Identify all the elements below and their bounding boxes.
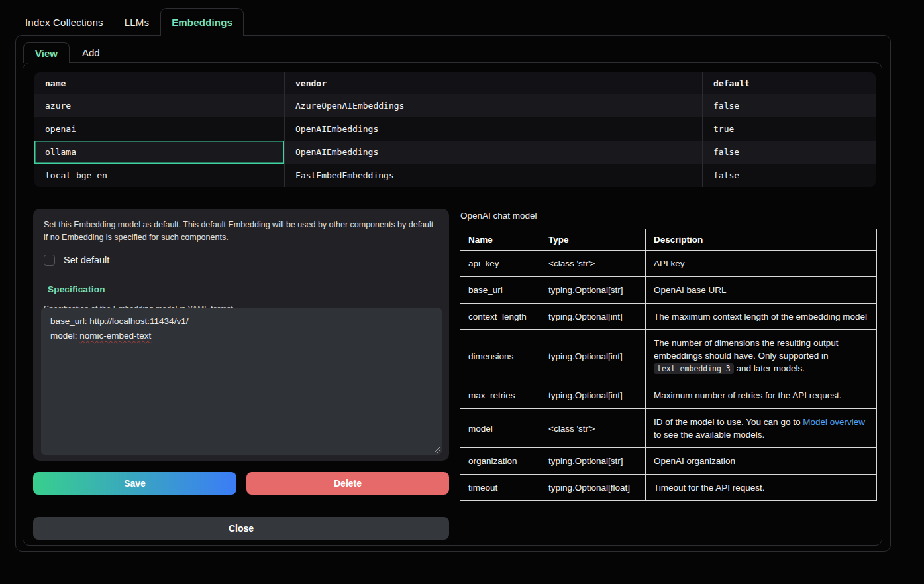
cell-default[interactable]: false [703, 94, 876, 117]
param-name: max_retries [460, 382, 540, 409]
cell-default[interactable]: true [703, 117, 876, 141]
cell-name[interactable]: local-bge-en [34, 164, 285, 187]
info-row-dimensions: dimensions typing.Optional[int] The numb… [460, 330, 877, 382]
param-type: typing.Optional[str] [540, 277, 646, 304]
info-column-description: Description [646, 229, 877, 251]
param-description: Maximum number of retries for the API re… [646, 382, 877, 409]
tab-embeddings[interactable]: Embeddings [160, 8, 244, 36]
action-button-row: Save Delete [33, 472, 449, 495]
info-row-timeout: timeout typing.Optional[float] Timeout f… [460, 475, 877, 501]
view-tab-content: name vendor default azure AzureOpenAIEmb… [23, 62, 882, 546]
set-default-checkbox-row[interactable]: Set default [44, 255, 438, 266]
set-default-checkbox[interactable] [44, 255, 55, 266]
embeddings-panel: View Add name vendor default azure Azure… [15, 35, 891, 552]
top-tab-bar: Index Collections LLMs Embeddings [15, 8, 244, 36]
column-header-vendor: vendor [285, 72, 703, 94]
param-description: The maximum context length of the embedd… [646, 304, 877, 330]
sub-tab-view[interactable]: View [23, 42, 70, 63]
param-name: dimensions [460, 330, 540, 382]
info-row-context-length: context_length typing.Optional[int] The … [460, 304, 877, 330]
param-type: typing.Optional[int] [540, 304, 646, 330]
yaml-model-value: nomic-embed-text [79, 331, 151, 341]
cell-default[interactable]: false [703, 164, 876, 187]
param-description: Timeout for the API request. [646, 475, 877, 501]
model-info-table: Name Type Description api_key <class 'st… [460, 229, 877, 501]
info-header-row: Name Type Description [460, 229, 877, 251]
yaml-line-base-url: base_url: http://localhost:11434/v1/ [50, 314, 433, 329]
tab-llms[interactable]: LLMs [113, 8, 160, 36]
column-header-name: name [34, 72, 285, 94]
param-description: The number of dimensions the resulting o… [646, 330, 877, 382]
param-type: typing.Optional[int] [540, 382, 646, 409]
cell-vendor[interactable]: FastEmbedEmbeddings [285, 164, 703, 187]
embedding-detail-left-column: Set this Embedding model as default. Thi… [33, 209, 449, 540]
info-row-organization: organization typing.Optional[str] OpenAI… [460, 448, 877, 475]
info-row-api-key: api_key <class 'str'> API key [460, 251, 877, 277]
param-name: context_length [460, 304, 540, 330]
model-overview-link[interactable]: Model overview [803, 417, 865, 427]
info-row-model: model <class 'str'> ID of the model to u… [460, 409, 877, 448]
info-column-type: Type [540, 229, 646, 251]
param-name: timeout [460, 475, 540, 501]
table-row-azure[interactable]: azure AzureOpenAIEmbeddings false [34, 94, 876, 117]
inline-code: text-embedding-3 [654, 363, 734, 374]
cell-name[interactable]: openai [34, 117, 285, 141]
param-name: api_key [460, 251, 540, 277]
param-name: model [460, 409, 540, 448]
save-button[interactable]: Save [33, 472, 236, 495]
param-name: base_url [460, 277, 540, 304]
sub-tab-add[interactable]: Add [70, 42, 113, 63]
param-type: typing.Optional[int] [540, 330, 646, 382]
tab-index-collections[interactable]: Index Collections [15, 8, 113, 36]
info-row-max-retries: max_retries typing.Optional[int] Maximum… [460, 382, 877, 409]
cell-name[interactable]: azure [34, 94, 285, 117]
info-row-base-url: base_url typing.Optional[str] OpenAI bas… [460, 277, 877, 304]
info-column-name: Name [460, 229, 540, 251]
table-row-ollama-selected[interactable]: ollama OpenAIEmbeddings false [34, 141, 876, 164]
embeddings-table: name vendor default azure AzureOpenAIEmb… [34, 72, 876, 187]
cell-name-selected[interactable]: ollama [34, 141, 285, 164]
cell-vendor[interactable]: OpenAIEmbeddings [285, 117, 703, 141]
model-info-column: OpenAI chat model Name Type Description … [460, 209, 878, 501]
yaml-spec-editor[interactable]: base_url: http://localhost:11434/v1/ mod… [41, 308, 442, 455]
embedding-config-panel: Set this Embedding model as default. Thi… [33, 209, 449, 461]
param-type: <class 'str'> [540, 251, 646, 277]
close-button[interactable]: Close [33, 517, 449, 540]
delete-button[interactable]: Delete [246, 472, 449, 495]
model-info-title: OpenAI chat model [460, 209, 878, 229]
set-default-label: Set default [64, 255, 109, 265]
param-description: OpenAI base URL [646, 277, 877, 304]
param-description: ID of the model to use. You can go to Mo… [646, 409, 877, 448]
param-type: typing.Optional[str] [540, 448, 646, 475]
textarea-resize-handle[interactable] [433, 446, 440, 453]
embeddings-table-header: name vendor default [34, 72, 876, 94]
sub-tab-bar: View Add [23, 42, 113, 63]
param-description: OpenAI organization [646, 448, 877, 475]
column-header-default: default [703, 72, 876, 94]
param-type: <class 'str'> [540, 409, 646, 448]
param-name: organization [460, 448, 540, 475]
cell-vendor[interactable]: AzureOpenAIEmbeddings [285, 94, 703, 117]
param-type: typing.Optional[float] [540, 475, 646, 501]
cell-default[interactable]: false [703, 141, 876, 164]
table-row-local-bge-en[interactable]: local-bge-en FastEmbedEmbeddings false [34, 164, 876, 187]
table-row-openai[interactable]: openai OpenAIEmbeddings true [34, 117, 876, 141]
yaml-line-model: model: nomic-embed-text [50, 329, 433, 343]
param-description: API key [646, 251, 877, 277]
cell-vendor[interactable]: OpenAIEmbeddings [285, 141, 703, 164]
specification-heading: Specification [48, 284, 438, 294]
set-default-description: Set this Embedding model as default. Thi… [44, 219, 438, 245]
